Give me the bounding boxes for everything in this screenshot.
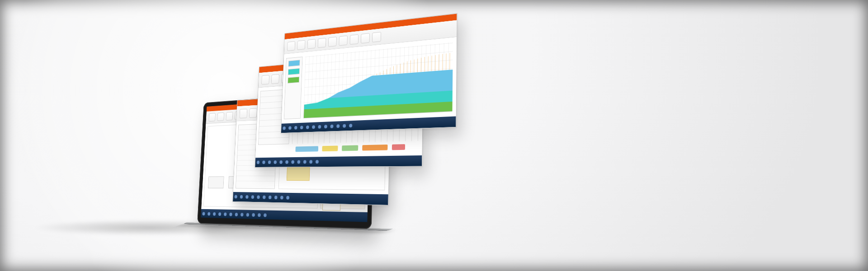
legend-panel [284, 56, 303, 119]
gantt-bar [392, 144, 405, 150]
ribbon-button [287, 41, 295, 51]
os-taskbar [255, 155, 422, 167]
laptop-shadow [32, 220, 267, 236]
ribbon-button [249, 108, 257, 118]
hero-banner [0, 0, 868, 271]
ribbon-button [208, 113, 215, 121]
gantt-bar [342, 145, 358, 151]
ribbon-button [226, 112, 233, 120]
legend-swatch [288, 68, 300, 75]
ribbon-button [372, 32, 381, 42]
ribbon-button [261, 75, 269, 84]
ribbon-button [271, 74, 279, 84]
ribbon-button [361, 33, 370, 43]
ribbon-button [349, 34, 359, 44]
legend-swatch [288, 77, 299, 84]
ribbon-button [328, 37, 337, 47]
ribbon-button [217, 112, 224, 121]
diagram-node [287, 167, 310, 181]
ribbon-button [297, 40, 305, 50]
ribbon-button [318, 37, 326, 48]
gantt-bar [362, 145, 387, 151]
gantt-bar [295, 146, 318, 152]
diagram-node [208, 176, 224, 188]
gantt-bar [322, 145, 338, 151]
floating-window-chart [281, 13, 457, 133]
ribbon-button [240, 108, 248, 118]
perspective-stage [172, 18, 452, 253]
ribbon-button [307, 39, 316, 49]
ribbon-button [339, 35, 347, 46]
legend-swatch [288, 60, 300, 66]
gantt-row [292, 144, 419, 152]
